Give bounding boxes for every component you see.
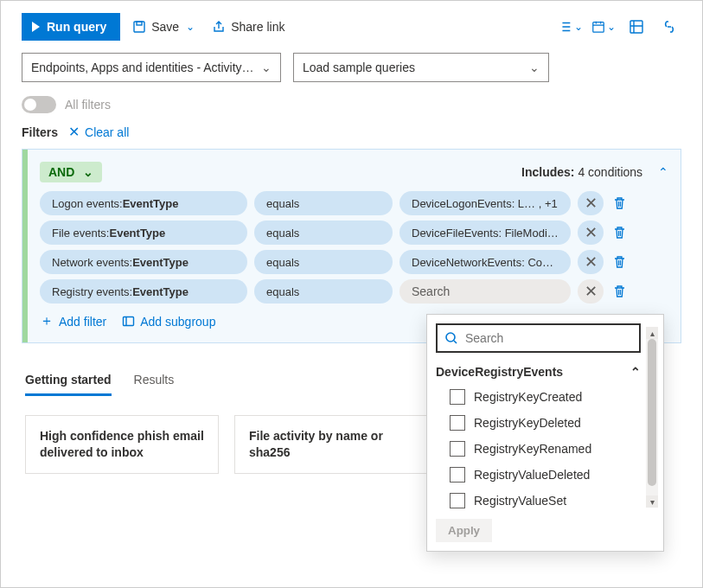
builder-header: AND ⌄ Includes: 4 conditions ⌃ [40,162,668,182]
scroll-track[interactable] [646,339,658,495]
chevron-down-icon: ⌄ [83,165,93,179]
dropdown-option[interactable]: RegistryValueDeleted [427,462,663,488]
dropdown-option[interactable]: RegistryKeyCreated [427,384,663,410]
grid-tool-button[interactable] [624,15,649,39]
clear-value-button[interactable]: ✕ [578,220,604,245]
play-icon [32,22,40,32]
condition-field-pill[interactable]: Logon events: EventType [40,191,247,215]
query-card[interactable]: File activity by name or sha256 [234,415,428,474]
condition-field-pill[interactable]: Network events: EventType [40,250,247,274]
close-icon: ✕ [585,254,598,270]
dropdown-search-box[interactable] [436,323,641,353]
plus-icon: ＋ [40,312,54,330]
condition-operator-pill[interactable]: equals [254,250,393,274]
run-query-button[interactable]: Run query [22,13,120,41]
dropdown-option[interactable]: RegistryKeyDeleted [427,410,663,436]
add-subgroup-button[interactable]: Add subgroup [122,312,215,330]
trash-icon [613,255,626,269]
dropdown-option-label: RegistryKeyCreated [474,390,582,404]
condition-value-pill[interactable]: DeviceLogonEvents: L… , +1 [399,191,571,215]
svg-point-5 [446,333,455,342]
chevron-down-icon: ⌄ [186,21,195,33]
filters-heading: Filters [22,125,58,139]
condition-operator-pill[interactable]: equals [254,220,393,245]
close-icon: ✕ [68,124,80,140]
clear-value-button[interactable]: ✕ [578,279,604,304]
calendar-button[interactable]: ⌄ [591,15,616,39]
dropdown-option-label: RegistryKeyRenamed [474,442,591,456]
condition-operator-pill[interactable]: equals [254,279,393,304]
clear-value-button[interactable]: ✕ [578,191,604,215]
add-subgroup-label: Add subgroup [140,315,215,329]
chevron-down-icon: ⌄ [261,61,272,74]
trash-icon [613,196,626,210]
link-icon [661,19,678,35]
save-icon [132,20,146,34]
all-filters-row: All filters [1,93,702,124]
scroll-down-icon[interactable]: ▾ [646,495,658,508]
condition-value-pill[interactable]: DeviceFileEvents: FileModi… [399,220,571,245]
svg-rect-1 [137,22,142,25]
dropdown-group-header[interactable]: DeviceRegistryEvents ⌃ [427,361,663,384]
add-filter-label: Add filter [59,315,106,329]
command-bar: Run query Save ⌄ Share link ⌄ ⌄ [1,1,702,49]
list-view-button[interactable]: ⌄ [559,15,583,39]
condition-operator-pill[interactable]: equals [254,191,393,215]
grid-icon [629,19,644,35]
delete-condition-button[interactable] [610,279,628,304]
calendar-icon [591,19,605,35]
dropdown-search-input[interactable] [465,331,632,345]
delete-condition-button[interactable] [610,191,628,215]
link-tool-button[interactable] [657,15,681,39]
condition-field-pill[interactable]: File events: EventType [40,220,247,245]
apply-button[interactable]: Apply [436,519,492,542]
query-card[interactable]: High confidence phish email delivered to… [25,415,219,474]
clear-all-label: Clear all [85,125,129,139]
add-filter-button[interactable]: ＋ Add filter [40,312,106,330]
checkbox[interactable] [450,467,465,483]
checkbox[interactable] [450,389,465,405]
trash-icon [613,226,626,240]
chevron-down-icon: ⌄ [529,61,540,74]
apply-label: Apply [448,524,480,537]
scroll-thumb[interactable] [648,339,656,486]
all-filters-toggle[interactable] [22,96,56,113]
condition-row: Logon events: EventTypeequalsDeviceLogon… [40,191,668,215]
dropdown-option-label: RegistryValueSet [474,494,566,508]
condition-value-pill[interactable]: Search [399,279,571,304]
tab-results[interactable]: Results [134,373,175,396]
search-icon [444,331,458,345]
chevron-up-icon: ⌃ [630,365,641,379]
share-icon [212,20,226,34]
checkbox[interactable] [450,441,465,457]
checkbox[interactable] [450,493,465,508]
close-icon: ✕ [585,225,598,240]
sample-queries-dropdown[interactable]: Load sample queries ⌄ [293,53,549,82]
delete-condition-button[interactable] [610,250,628,274]
delete-condition-button[interactable] [610,220,628,245]
dropdown-scrollbar[interactable]: ▴ ▾ [646,327,658,508]
collapse-button[interactable]: ⌃ [658,165,668,179]
save-label: Save [151,20,179,34]
chevron-down-icon: ⌄ [574,21,583,33]
svg-rect-0 [134,22,144,32]
includes-count: 4 conditions [578,165,642,179]
save-button[interactable]: Save ⌄ [127,13,200,41]
clear-all-button[interactable]: ✕ Clear all [68,124,129,140]
conditions-list: Logon events: EventTypeequalsDeviceLogon… [40,191,668,304]
operator-pill[interactable]: AND ⌄ [40,162,102,182]
domain-dropdown[interactable]: Endpoints, Apps and identities - Activit… [22,53,281,82]
dropdown-option[interactable]: RegistryKeyRenamed [427,436,663,462]
svg-rect-2 [593,22,604,33]
dropdown-option[interactable]: RegistryValueSet [427,488,663,514]
filters-heading-row: Filters ✕ Clear all [1,124,702,149]
clear-value-button[interactable]: ✕ [578,250,604,274]
tab-getting-started[interactable]: Getting started [25,373,112,396]
condition-row: Network events: EventTypeequalsDeviceNet… [40,250,668,274]
scroll-up-icon[interactable]: ▴ [646,327,658,339]
checkbox[interactable] [450,415,465,431]
condition-field-pill[interactable]: Registry events: EventType [40,279,247,304]
condition-value-pill[interactable]: DeviceNetworkEvents: Co… [399,250,571,274]
share-link-button[interactable]: Share link [207,13,290,41]
run-query-label: Run query [47,20,106,34]
